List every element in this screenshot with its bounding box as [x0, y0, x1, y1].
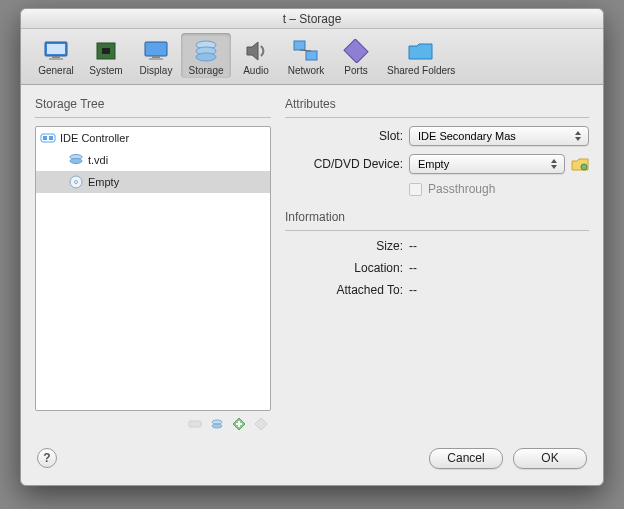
help-button[interactable]: ? [37, 448, 57, 468]
svg-rect-1 [47, 44, 65, 54]
divider [285, 230, 589, 231]
svg-marker-30 [255, 418, 267, 430]
storage-tree[interactable]: IDE Controller t.vdi Empty [35, 126, 271, 411]
svg-point-31 [581, 164, 587, 170]
divider [35, 117, 271, 118]
browse-iso-icon[interactable] [571, 155, 589, 173]
tab-storage[interactable]: Storage [181, 33, 231, 78]
size-row: Size: -- [285, 239, 589, 253]
attributes-title: Attributes [285, 97, 589, 111]
location-row: Location: -- [285, 261, 589, 275]
tree-item-label: Empty [88, 176, 119, 188]
tab-general[interactable]: General [31, 33, 81, 78]
tab-label: Storage [188, 65, 223, 76]
tab-label: Audio [243, 65, 269, 76]
device-value: Empty [418, 158, 449, 170]
chip-icon [90, 37, 122, 65]
tree-item-label: t.vdi [88, 154, 108, 166]
size-label: Size: [285, 239, 403, 253]
svg-rect-8 [149, 58, 163, 60]
tree-controller[interactable]: IDE Controller [36, 127, 270, 149]
svg-rect-24 [189, 421, 201, 427]
tab-display[interactable]: Display [131, 33, 181, 78]
speaker-icon [240, 37, 272, 65]
slot-select[interactable]: IDE Secondary Mas [409, 126, 589, 146]
svg-rect-19 [49, 136, 53, 140]
remove-attachment-icon[interactable] [253, 416, 269, 432]
tree-item-vdi[interactable]: t.vdi [36, 149, 270, 171]
tab-label: Display [140, 65, 173, 76]
disk-stack-icon [190, 37, 222, 65]
attached-row: Attached To: -- [285, 283, 589, 297]
left-pane: Storage Tree IDE Controller t.vdi [35, 97, 271, 433]
device-select[interactable]: Empty [409, 154, 565, 174]
info-title: Information [285, 210, 589, 224]
tree-item-empty[interactable]: Empty [36, 171, 270, 193]
add-hdd-icon[interactable] [209, 416, 225, 432]
footer: ? Cancel OK [21, 441, 603, 485]
storage-tree-title: Storage Tree [35, 97, 271, 111]
passthrough-checkbox[interactable] [409, 183, 422, 196]
cd-icon [68, 174, 84, 190]
tab-label: Shared Folders [387, 65, 455, 76]
ports-icon [340, 37, 372, 65]
body: Storage Tree IDE Controller t.vdi [21, 85, 603, 441]
tab-label: Network [288, 65, 325, 76]
slot-row: Slot: IDE Secondary Mas [285, 126, 589, 146]
hdd-icon [68, 152, 84, 168]
svg-marker-12 [247, 42, 258, 60]
add-controller-icon[interactable] [187, 416, 203, 432]
controller-icon [40, 130, 56, 146]
ok-button[interactable]: OK [513, 448, 587, 469]
folder-icon [405, 37, 437, 65]
svg-rect-7 [152, 56, 160, 58]
add-attachment-icon[interactable] [231, 416, 247, 432]
toolbar: General System Display Storage Audio [21, 29, 603, 85]
slot-value: IDE Secondary Mas [418, 130, 516, 142]
chevrons-icon [547, 156, 561, 172]
cancel-button[interactable]: Cancel [429, 448, 503, 469]
device-row: CD/DVD Device: Empty [285, 154, 589, 174]
svg-point-21 [70, 159, 82, 164]
ok-label: OK [541, 451, 558, 465]
slot-label: Slot: [285, 129, 403, 143]
passthrough-row: Passthrough [285, 182, 589, 196]
svg-rect-2 [52, 56, 60, 58]
svg-rect-14 [306, 51, 317, 60]
location-label: Location: [285, 261, 403, 275]
tree-toolbar [35, 411, 271, 433]
location-value: -- [409, 261, 417, 275]
tab-system[interactable]: System [81, 33, 131, 78]
cancel-label: Cancel [447, 451, 484, 465]
window-title: t – Storage [283, 12, 342, 26]
titlebar[interactable]: t – Storage [21, 9, 603, 29]
network-icon [290, 37, 322, 65]
divider [285, 117, 589, 118]
passthrough-label: Passthrough [428, 182, 495, 196]
tab-shared-folders[interactable]: Shared Folders [381, 33, 461, 78]
svg-line-15 [300, 50, 311, 51]
tab-label: General [38, 65, 74, 76]
tab-label: System [89, 65, 122, 76]
svg-point-11 [196, 53, 216, 61]
svg-rect-13 [294, 41, 305, 50]
tab-audio[interactable]: Audio [231, 33, 281, 78]
svg-marker-16 [344, 39, 368, 63]
svg-rect-6 [145, 42, 167, 56]
tab-ports[interactable]: Ports [331, 33, 381, 78]
chevrons-icon [571, 128, 585, 144]
svg-point-25 [212, 420, 222, 424]
tab-network[interactable]: Network [281, 33, 331, 78]
tree-controller-label: IDE Controller [60, 132, 129, 144]
right-pane: Attributes Slot: IDE Secondary Mas CD/DV… [285, 97, 589, 433]
size-value: -- [409, 239, 417, 253]
svg-rect-3 [49, 58, 63, 60]
attached-value: -- [409, 283, 417, 297]
device-label: CD/DVD Device: [285, 157, 403, 171]
monitor-icon [40, 37, 72, 65]
attached-label: Attached To: [285, 283, 403, 297]
svg-point-26 [212, 424, 222, 428]
tab-label: Ports [344, 65, 367, 76]
svg-rect-5 [102, 48, 110, 54]
settings-window: t – Storage General System Display Stora… [20, 8, 604, 486]
